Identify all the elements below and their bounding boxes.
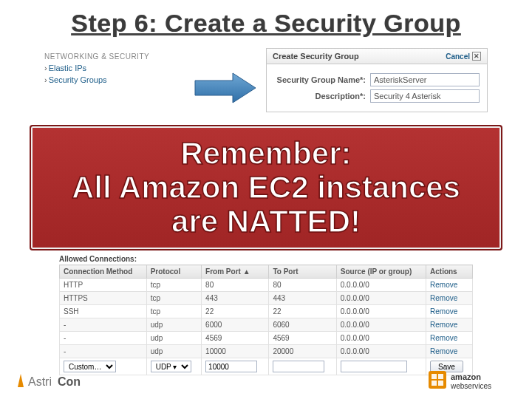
svg-rect-8 (438, 381, 443, 386)
table-row: -udp10000200000.0.0.0/0Remove (60, 345, 473, 358)
cell-source: 0.0.0.0/0 (336, 332, 426, 345)
callout-text: Remember: All Amazon EC2 instances are N… (72, 137, 460, 239)
dialog-close-label: Cancel (446, 52, 470, 61)
remove-link[interactable]: Remove (430, 347, 457, 355)
callout-line3: are NATTED! (72, 205, 460, 239)
cell-method: HTTPS (60, 292, 147, 305)
dialog-body: Security Group Name*: Description*: (267, 64, 487, 112)
sidebar-item-label: Elastic IPs (49, 64, 86, 72)
table-row: HTTPtcp80800.0.0.0/0Remove (60, 279, 473, 292)
aws-sidebar: NETWORKING & SECURITY ›Elastic IPs ›Secu… (44, 52, 177, 87)
arrow-right-icon (192, 70, 259, 106)
cell-source: 0.0.0.0/0 (336, 318, 426, 332)
col-to[interactable]: To Port (269, 265, 336, 279)
cell-to: 20000 (269, 345, 336, 358)
cell-to: 22 (269, 305, 336, 318)
cell-from: 6000 (202, 318, 269, 332)
cell-to: 6060 (269, 318, 336, 332)
cell-method: - (60, 345, 147, 358)
table-row: -udp456945690.0.0.0/0Remove (60, 332, 473, 345)
connections-table-wrap: Allowed Connections: Connection Method P… (59, 255, 473, 375)
svg-text:Astri: Astri (28, 375, 52, 388)
security-group-description-input[interactable] (370, 89, 480, 103)
svg-rect-4 (429, 371, 446, 389)
cell-from: 443 (202, 292, 269, 305)
cell-to: 80 (269, 279, 336, 292)
cell-method: HTTP (60, 279, 147, 292)
remove-link[interactable]: Remove (430, 307, 457, 316)
cell-source: 0.0.0.0/0 (336, 305, 426, 318)
sidebar-heading: NETWORKING & SECURITY (44, 52, 177, 61)
field-row: Description*: (274, 89, 480, 103)
svg-rect-7 (432, 381, 437, 386)
astricon-logo: Astri Con (15, 371, 96, 392)
screenshot-region: NETWORKING & SECURITY ›Elastic IPs ›Secu… (44, 48, 488, 122)
cell-to: 443 (269, 292, 336, 305)
table-caption: Allowed Connections: (59, 255, 473, 263)
table-row: -udp600060600.0.0.0/0Remove (60, 318, 473, 332)
table-row: HTTPStcp4434430.0.0.0/0Remove (60, 292, 473, 305)
cell-source: 0.0.0.0/0 (336, 292, 426, 305)
col-actions: Actions (426, 265, 473, 279)
cell-protocol: udp (146, 345, 201, 358)
field-row: Security Group Name*: (274, 73, 480, 86)
chevron-right-icon: › (44, 64, 47, 72)
connections-table: Connection Method Protocol From Port ▲ T… (59, 265, 473, 375)
svg-text:amazon: amazon (451, 372, 481, 381)
cell-method: - (60, 318, 147, 332)
cell-protocol: udp (146, 332, 201, 345)
col-method[interactable]: Connection Method (60, 265, 147, 279)
cell-protocol: tcp (146, 305, 201, 318)
dialog-header: Create Security Group Cancel ✕ (267, 49, 487, 64)
svg-text:Con: Con (58, 375, 81, 388)
svg-rect-6 (438, 374, 443, 379)
dialog-title: Create Security Group (273, 52, 359, 61)
cell-protocol: tcp (146, 279, 201, 292)
table-header-row: Connection Method Protocol From Port ▲ T… (60, 265, 473, 279)
col-source[interactable]: Source (IP or group) (336, 265, 426, 279)
svg-marker-1 (18, 374, 24, 387)
svg-marker-0 (195, 73, 256, 103)
sidebar-item-security-groups[interactable]: ›Security Groups (44, 75, 177, 84)
svg-rect-5 (432, 374, 437, 379)
cell-to: 4569 (269, 332, 336, 345)
footer: Astri Con amazon webservices (0, 368, 532, 395)
cell-protocol: tcp (146, 292, 201, 305)
cell-protocol: udp (146, 318, 201, 332)
close-icon: ✕ (472, 52, 481, 61)
cell-source: 0.0.0.0/0 (336, 345, 426, 358)
dialog-close[interactable]: Cancel ✕ (446, 52, 481, 61)
callout-line2: All Amazon EC2 instances (72, 171, 460, 205)
slide-title: Step 6: Create a Security Group (0, 0, 532, 42)
create-security-group-dialog: Create Security Group Cancel ✕ Security … (266, 48, 488, 112)
table-row: SSHtcp22220.0.0.0/0Remove (60, 305, 473, 318)
field-label-name: Security Group Name*: (274, 75, 370, 84)
remove-link[interactable]: Remove (430, 334, 457, 342)
cell-from: 22 (202, 305, 269, 318)
cell-method: SSH (60, 305, 147, 318)
remove-link[interactable]: Remove (430, 321, 457, 329)
sidebar-item-label: Security Groups (49, 75, 107, 84)
field-label-description: Description*: (274, 92, 370, 100)
callout-banner: Remember: All Amazon EC2 instances are N… (30, 125, 502, 250)
aws-logo: amazon webservices (429, 369, 517, 393)
cell-from: 4569 (202, 332, 269, 345)
chevron-right-icon: › (44, 75, 47, 84)
sidebar-item-elastic-ips[interactable]: ›Elastic IPs (44, 64, 177, 72)
remove-link[interactable]: Remove (430, 281, 457, 289)
cell-from: 80 (202, 279, 269, 292)
security-group-name-input[interactable] (370, 73, 480, 86)
cell-from: 10000 (202, 345, 269, 358)
col-from[interactable]: From Port ▲ (202, 265, 269, 279)
callout-line1: Remember: (72, 137, 460, 171)
svg-text:webservices: webservices (450, 382, 491, 390)
cell-method: - (60, 332, 147, 345)
remove-link[interactable]: Remove (430, 294, 457, 302)
cell-source: 0.0.0.0/0 (336, 279, 426, 292)
col-protocol[interactable]: Protocol (146, 265, 201, 279)
